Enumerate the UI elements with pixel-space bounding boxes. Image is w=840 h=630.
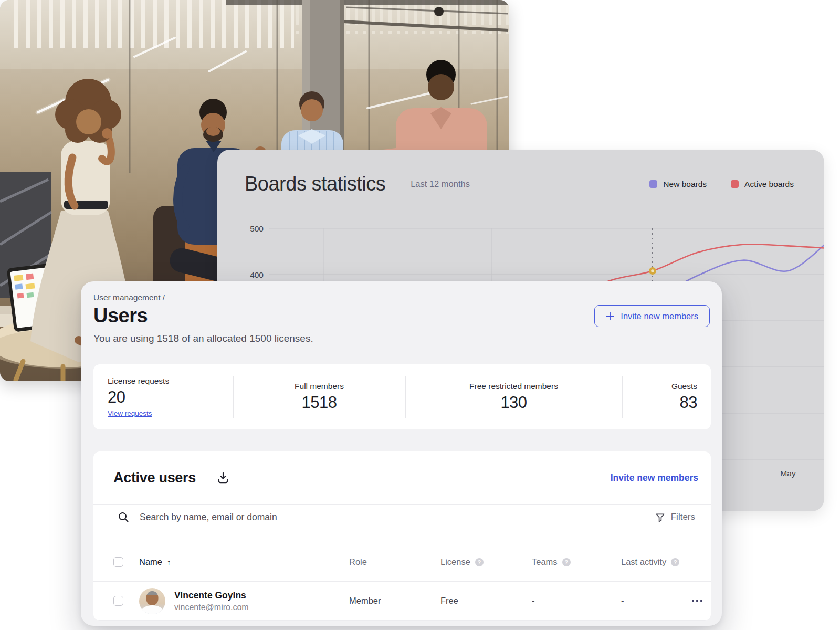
stat-guests: Guests 83: [622, 364, 711, 429]
table-header-row: Name ↑ Role License ? Teams ? Last activ…: [93, 530, 711, 582]
view-requests-link[interactable]: View requests: [108, 410, 152, 417]
divider: [206, 470, 206, 486]
overflow-menu-icon[interactable]: [681, 596, 702, 605]
license-cell: Free: [440, 596, 532, 606]
active-users-card: Active users Invite new members: [93, 452, 711, 621]
stat-label: License requests: [108, 376, 169, 386]
select-all-checkbox[interactable]: [113, 557, 123, 567]
stat-value: 83: [680, 393, 697, 412]
stat-label: Free restricted members: [469, 382, 558, 391]
new-boards-swatch-icon: [649, 180, 657, 188]
role-cell: Member: [349, 596, 440, 606]
active-users-title: Active users: [113, 470, 196, 486]
legend-label: Active boards: [744, 180, 794, 189]
page-title: Users: [93, 304, 148, 327]
table-row[interactable]: Vincente Goyins vincente@miro.com Member…: [93, 582, 711, 621]
active-users-header: Active users Invite new members: [93, 452, 711, 504]
help-icon[interactable]: ?: [475, 558, 484, 566]
stat-full-members: Full members 1518: [233, 364, 405, 429]
stat-value: 130: [500, 393, 527, 412]
row-checkbox[interactable]: [113, 596, 123, 606]
stat-value: 20: [108, 388, 125, 407]
search-input[interactable]: [140, 512, 655, 523]
svg-text:500: 500: [250, 224, 264, 233]
license-usage-text: You are using 1518 of an allocated 1500 …: [93, 333, 313, 344]
invite-button-label: Invite new members: [621, 311, 698, 321]
plus-icon: [606, 312, 614, 320]
help-icon[interactable]: ?: [671, 558, 679, 566]
stat-label: Guests: [671, 382, 697, 391]
chart-legend: New boards Active boards: [649, 180, 794, 189]
column-header-last-activity: Last activity ?: [621, 557, 681, 567]
export-download-button[interactable]: [216, 471, 230, 485]
stats-summary-card: License requests 20 View requests Full m…: [93, 364, 711, 429]
stat-label: Full members: [295, 382, 344, 391]
page: Boards statistics Last 12 months New boa…: [0, 0, 840, 630]
filter-funnel-icon: [655, 512, 665, 522]
column-header-name[interactable]: Name ↑: [139, 557, 349, 567]
filters-label: Filters: [671, 512, 695, 522]
filters-button[interactable]: Filters: [655, 512, 702, 522]
svg-text:May: May: [780, 469, 796, 478]
invite-new-members-link[interactable]: Invite new members: [611, 472, 698, 484]
users-panel: User management / Users You are using 15…: [81, 281, 722, 626]
teams-cell: -: [532, 596, 621, 606]
help-icon[interactable]: ?: [562, 558, 571, 566]
last-activity-cell: -: [621, 596, 681, 606]
svg-text:400: 400: [250, 270, 264, 279]
stat-value: 1518: [302, 393, 337, 412]
chart-range-label: Last 12 months: [411, 179, 470, 189]
stat-license-requests: License requests 20 View requests: [93, 364, 233, 429]
sort-ascending-icon: ↑: [167, 558, 171, 566]
legend-item-active-boards: Active boards: [731, 180, 794, 189]
user-email: vincente@miro.com: [174, 603, 249, 612]
legend-item-new-boards: New boards: [649, 180, 707, 189]
user-name: Vincente Goyins: [174, 590, 249, 601]
breadcrumb[interactable]: User management /: [93, 293, 165, 302]
legend-label: New boards: [663, 180, 707, 189]
chart-title: Boards statistics: [245, 173, 385, 195]
active-boards-swatch-icon: [731, 180, 739, 188]
chart-header: Boards statistics Last 12 months New boa…: [245, 173, 794, 195]
avatar: [139, 588, 165, 614]
column-header-teams: Teams ?: [532, 557, 621, 567]
download-icon: [216, 471, 230, 485]
column-header-license: License ?: [440, 557, 532, 567]
column-header-role: Role: [349, 557, 440, 567]
invite-new-members-button[interactable]: Invite new members: [594, 305, 710, 327]
stat-free-restricted-members: Free restricted members 130: [405, 364, 622, 429]
search-bar: Filters: [93, 504, 711, 530]
user-name-cell: Vincente Goyins vincente@miro.com: [139, 588, 349, 614]
search-icon: [118, 511, 129, 523]
